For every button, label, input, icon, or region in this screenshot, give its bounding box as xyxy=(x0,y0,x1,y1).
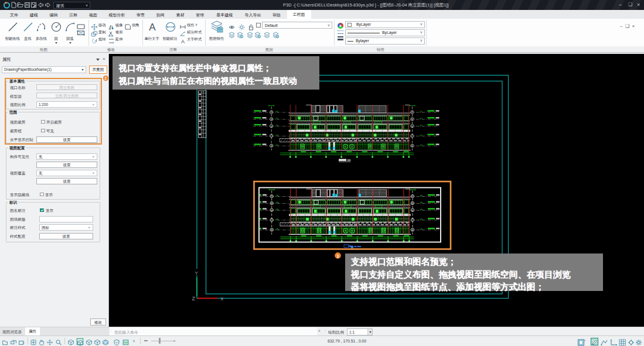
svg-text:A: A xyxy=(149,22,156,33)
svg-text:˄: ˄ xyxy=(584,339,585,342)
svg-text:Z: Z xyxy=(192,296,196,302)
svg-text:x: x xyxy=(221,296,224,302)
svg-text:Y: Y xyxy=(195,270,199,276)
svg-text:A: A xyxy=(181,39,185,44)
